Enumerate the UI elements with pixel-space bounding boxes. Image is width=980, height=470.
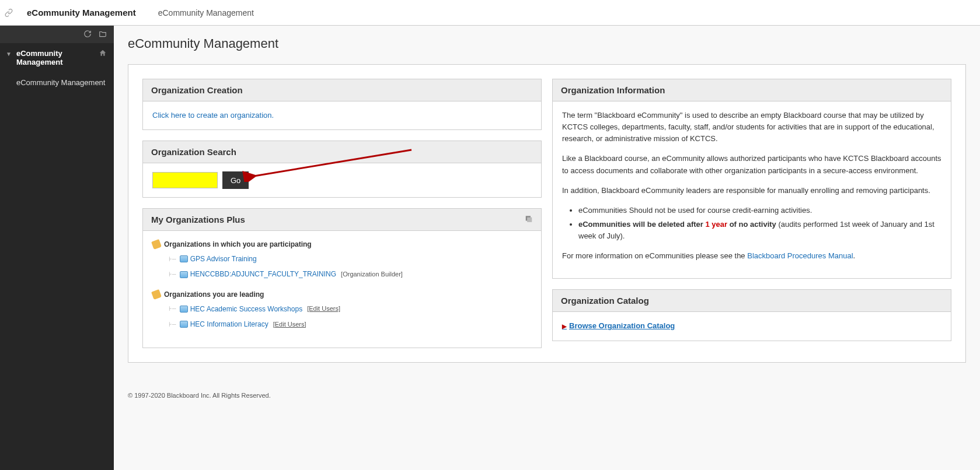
info-list-item: eCommunities will be deleted after 1 yea… xyxy=(578,219,941,242)
tree-elbow-icon: ⊦┄ xyxy=(169,304,176,314)
panel-organization-creation: Organization Creation Click here to crea… xyxy=(142,79,542,130)
breadcrumb-root[interactable]: eCommunity Management xyxy=(27,8,136,17)
sidebar-toolstrip xyxy=(0,26,114,43)
panel-header: Organization Catalog xyxy=(553,290,951,312)
organization-search-input[interactable] xyxy=(152,172,218,188)
tree-elbow-icon: ⊦┄ xyxy=(169,320,176,329)
edit-users-link[interactable]: [Edit Users] xyxy=(307,304,340,314)
panel-settings-icon[interactable] xyxy=(525,215,533,225)
footer-copyright: © 1997-2020 Blackboard Inc. All Rights R… xyxy=(128,392,966,399)
sidebar: ▼ eCommunity Management eCommunity Manag… xyxy=(0,26,114,470)
org-link[interactable]: HENCCBBD:ADJUNCT_FACULTY_TRAINING xyxy=(190,269,336,280)
orgs-participating-label: Organizations in which you are participa… xyxy=(164,239,312,250)
edit-users-link[interactable]: [Edit Users] xyxy=(273,320,306,329)
browse-catalog-link[interactable]: ▶ Browse Organization Catalog xyxy=(562,320,941,332)
triangle-right-icon: ▶ xyxy=(562,322,567,331)
info-paragraph: Like a Blackboard course, an eCommunity … xyxy=(562,153,941,176)
orgs-leading-section: Organizations you are leading ⊦┄ HEC Aca… xyxy=(152,289,532,331)
sidebar-parent-label: eCommunity Management xyxy=(16,49,99,66)
info-text: . xyxy=(853,251,856,260)
create-organization-link[interactable]: Click here to create an organization. xyxy=(152,111,274,120)
content-container: Organization Creation Click here to crea… xyxy=(128,64,966,363)
org-item: ⊦┄ HENCCBBD:ADJUNCT_FACULTY_TRAINING [Or… xyxy=(169,268,532,281)
caret-down-icon: ▼ xyxy=(6,51,12,57)
panel-my-organizations-plus: My Organizations Plus Organizations in w… xyxy=(142,208,542,348)
org-link[interactable]: HEC Academic Success Workshops xyxy=(190,304,303,315)
panel-header: Organization Information xyxy=(553,79,951,101)
org-item: ⊦┄ HEC Academic Success Workshops [Edit … xyxy=(169,303,532,316)
left-column: Organization Creation Click here to crea… xyxy=(142,79,542,348)
org-link[interactable]: HEC Information Literacy xyxy=(190,319,268,330)
panel-header: Organization Creation xyxy=(143,79,541,101)
org-link[interactable]: GPS Advisor Training xyxy=(190,254,257,265)
breadcrumb-current: eCommunity Management xyxy=(158,8,254,17)
tree-elbow-icon: ⊦┄ xyxy=(169,254,176,264)
info-bold: of no activity xyxy=(727,220,776,229)
home-icon[interactable] xyxy=(99,49,107,59)
orgs-participating-section: Organizations in which you are participa… xyxy=(152,239,532,281)
refresh-icon[interactable] xyxy=(83,30,92,40)
go-button[interactable]: Go xyxy=(222,171,249,189)
info-text: For more information on eCommunities ple… xyxy=(562,251,747,260)
org-item: ⊦┄ GPS Advisor Training xyxy=(169,252,532,266)
panel-header-label: My Organizations Plus xyxy=(151,215,245,225)
panel-header: Organization Search xyxy=(143,141,541,163)
tree-elbow-icon: ⊦┄ xyxy=(169,269,176,279)
svg-rect-2 xyxy=(527,218,532,222)
browse-catalog-label: Browse Organization Catalog xyxy=(569,320,675,332)
page-title: eCommunity Management xyxy=(128,36,966,51)
info-paragraph: For more information on eCommunities ple… xyxy=(562,250,941,262)
sidebar-item-ecommunity-management[interactable]: ▼ eCommunity Management xyxy=(0,43,114,72)
panel-organization-information: Organization Information The term "Black… xyxy=(552,79,951,279)
info-paragraph: The term "Blackboard eCommunity" is used… xyxy=(562,110,941,145)
info-red: 1 year xyxy=(705,220,727,229)
info-paragraph: In addition, Blackboard eCommunity leade… xyxy=(562,185,941,197)
right-column: Organization Information The term "Black… xyxy=(552,79,951,341)
book-icon xyxy=(180,255,188,262)
org-item: ⊦┄ HEC Information Literacy [Edit Users] xyxy=(169,318,532,331)
book-icon xyxy=(180,321,188,328)
book-icon xyxy=(180,306,188,313)
panel-header: My Organizations Plus xyxy=(143,209,541,231)
org-extra: [Organization Builder] xyxy=(341,269,403,279)
folder-icon[interactable] xyxy=(99,30,107,40)
sidebar-child-label: eCommunity Management xyxy=(16,78,105,87)
panel-organization-catalog: Organization Catalog ▶ Browse Organizati… xyxy=(552,289,951,341)
main-content: eCommunity Management Organization Creat… xyxy=(114,26,980,470)
link-icon xyxy=(4,8,14,18)
book-icon xyxy=(180,271,188,278)
info-list-item: eCommunities Should not be used for cour… xyxy=(578,205,941,216)
top-breadcrumb-bar: eCommunity Management eCommunity Managem… xyxy=(0,0,980,26)
info-bold: eCommunities will be deleted after xyxy=(578,220,705,229)
info-list: eCommunities Should not be used for cour… xyxy=(578,205,941,242)
hand-icon xyxy=(151,289,162,300)
panel-organization-search: Organization Search Go xyxy=(142,141,542,198)
hand-icon xyxy=(151,239,162,250)
procedures-manual-link[interactable]: Blackboard Procedures Manual xyxy=(747,251,853,260)
orgs-leading-label: Organizations you are leading xyxy=(164,289,264,300)
sidebar-item-ecommunity-management-child[interactable]: eCommunity Management xyxy=(0,72,114,93)
